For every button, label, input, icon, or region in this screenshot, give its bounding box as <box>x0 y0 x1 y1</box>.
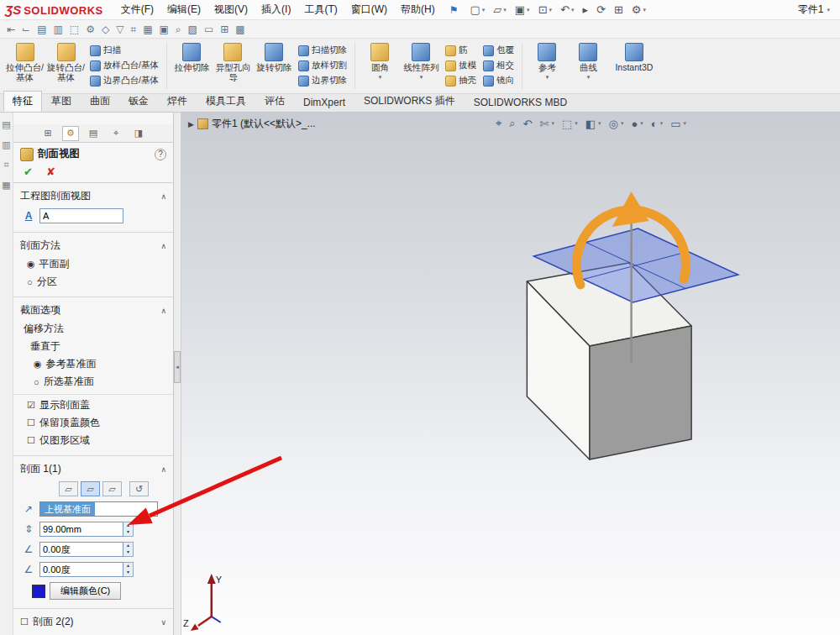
propertymanager-tab-icon[interactable]: ⚙ <box>62 126 79 141</box>
selection-arrow-icon[interactable]: ▸ <box>579 3 591 17</box>
spin-down-icon[interactable]: ▾ <box>123 529 133 536</box>
panel-splitter[interactable]: ◂ <box>174 113 181 635</box>
group-header-section-2[interactable]: ☐ 剖面 2(2) ∨ <box>13 612 173 632</box>
graphics-viewport[interactable]: ▶ 零件1 (默认<<默认>_... ⌖ ⌕ ↶ ✄▾ ⬚▾ ◧▾ ◎▾ ●▾ … <box>181 113 840 635</box>
part-tree-item[interactable]: 零件1 (默认<<默认>_... <box>212 117 316 131</box>
grid-hash-icon[interactable]: ⌗ <box>130 24 136 35</box>
menu-tools[interactable]: 工具(T) <box>298 1 343 18</box>
section-label-input[interactable] <box>39 208 123 223</box>
flyout-features-icon[interactable]: ▤ <box>2 119 10 130</box>
plane-top-button[interactable]: ▱ <box>81 481 100 496</box>
hole-wizard-button[interactable]: 异型孔向导 <box>213 40 253 92</box>
zoom-area-icon[interactable]: ⌕ <box>509 117 515 130</box>
revolved-cut-button[interactable]: 旋转切除 <box>255 40 294 92</box>
hatch-panel-icon[interactable]: ▧ <box>188 24 197 35</box>
zoom-fit-icon[interactable]: ⌖ <box>496 117 501 130</box>
shell-button[interactable]: 抽壳 <box>445 75 476 87</box>
new-document-icon[interactable]: ▢▾ <box>466 3 488 17</box>
display-style-icon[interactable]: ◧▾ <box>585 118 601 130</box>
ok-button[interactable]: ✔ <box>24 165 33 178</box>
menu-window[interactable]: 窗口(W) <box>345 1 393 18</box>
keep-cap-color-checkbox[interactable]: ☐ 保留顶盖颜色 <box>13 414 173 432</box>
spin-up-icon[interactable]: ▴ <box>123 563 133 569</box>
flyout-tools-icon[interactable]: ▦ <box>2 180 10 191</box>
window-pane-icon[interactable]: ▤ <box>37 24 46 35</box>
boundary-boss-button[interactable]: 边界凸台/基体 <box>90 75 159 87</box>
graphics-only-checkbox[interactable]: ☐ 仅图形区域 <box>13 432 173 449</box>
instant3d-button[interactable]: Instant3D <box>610 40 659 92</box>
group-header-drawing-section-view[interactable]: 工程图剖面视图 ∧ <box>13 186 173 206</box>
group-header-section-options[interactable]: 截面选项 ∧ <box>13 301 173 320</box>
spin-up-icon[interactable]: ▴ <box>123 543 133 549</box>
save-icon[interactable]: ▣▾ <box>512 3 533 17</box>
plane-front-button[interactable]: ▱ <box>59 481 78 496</box>
swept-boss-button[interactable]: 扫描 <box>90 45 159 56</box>
menu-insert[interactable]: 插入(I) <box>255 1 297 18</box>
plane-right-button[interactable]: ▱ <box>102 481 122 496</box>
tree-expand-icon[interactable]: ▶ <box>188 120 194 129</box>
cube-right-face[interactable] <box>590 326 691 459</box>
group-header-section-method[interactable]: 剖面方法 ∧ <box>13 236 173 255</box>
featuremanager-tab-icon[interactable]: ⊞ <box>39 126 56 141</box>
menu-help[interactable]: 帮助(H) <box>395 1 441 18</box>
reference-plane-field[interactable]: 上视基准面 <box>39 501 158 517</box>
show-section-cap-checkbox[interactable]: ☑ 显示剖面盖 <box>13 396 173 414</box>
plus-grid-icon[interactable]: ⊞ <box>220 24 228 35</box>
extruded-boss-base-button[interactable]: 拉伸凸台/基体 <box>5 40 45 92</box>
revolved-boss-base-button[interactable]: 旋转凸台/基体 <box>46 40 86 92</box>
solid-block-icon[interactable]: ▣ <box>160 24 169 35</box>
menu-file[interactable]: 文件(F) <box>115 1 160 18</box>
hide-show-items-icon[interactable]: ◎▾ <box>609 118 624 130</box>
reference-geometry-button[interactable]: 参考 ▾ <box>528 40 567 92</box>
offset-distance-input[interactable] <box>39 522 123 537</box>
pin-menu-icon[interactable]: ⚑ <box>449 4 459 16</box>
selected-plane-radio[interactable]: ○ 所选基准面 <box>13 373 173 391</box>
reference-plane-radio[interactable]: ◉ 参考基准面 <box>13 355 173 373</box>
dimxpertmanager-tab-icon[interactable]: ⌖ <box>108 126 124 141</box>
intersect-button[interactable]: 相交 <box>483 60 514 71</box>
wrap-button[interactable]: 包覆 <box>483 45 514 56</box>
filter-caret-icon[interactable]: ▽ <box>116 24 123 35</box>
tab-weldments[interactable]: 焊件 <box>158 91 197 112</box>
apply-scene-icon[interactable]: ◐▾ <box>651 118 663 130</box>
magnifier-icon[interactable]: ⌕ <box>176 24 181 35</box>
rib-button[interactable]: 筋 <box>445 45 476 56</box>
fillet-button[interactable]: 圆角 ▾ <box>360 40 400 92</box>
flyout-filter-icon[interactable]: ⌗ <box>3 160 8 171</box>
tab-features[interactable]: 特征 <box>3 91 42 112</box>
tab-surfaces[interactable]: 曲面 <box>81 91 119 112</box>
group-header-section-1[interactable]: 剖面 1(1) ∧ <box>13 459 173 479</box>
monitor-icon[interactable]: ▭ <box>204 24 213 35</box>
radio-planar-option[interactable]: ◉ 平面副 <box>13 255 173 273</box>
spin-down-icon[interactable]: ▾ <box>123 549 133 556</box>
configurationmanager-tab-icon[interactable]: ▤ <box>85 126 102 141</box>
swept-cut-button[interactable]: 扫描切除 <box>298 45 347 56</box>
tab-sheet-metal[interactable]: 钣金 <box>119 91 158 112</box>
view-settings-icon[interactable]: ▭▾ <box>670 118 686 130</box>
mirror-button[interactable]: 镜向 <box>483 75 514 87</box>
spin-down-icon[interactable]: ▾ <box>123 569 133 576</box>
help-icon[interactable]: ? <box>155 149 166 160</box>
pattern-grid-icon[interactable]: ▦ <box>143 24 152 35</box>
flyout-appearance-icon[interactable]: ▥ <box>2 139 10 150</box>
section-color-swatch[interactable] <box>32 585 45 598</box>
cancel-button[interactable]: ✘ <box>46 165 55 178</box>
radio-zonal-option[interactable]: ○ 分区 <box>13 273 173 291</box>
tab-sketch[interactable]: 草图 <box>42 91 81 112</box>
gear-icon[interactable]: ⚙ <box>86 24 95 35</box>
tab-mold-tools[interactable]: 模具工具 <box>197 91 255 112</box>
rebuild-icon[interactable]: ⟳ <box>593 3 609 17</box>
open-document-icon[interactable]: ▱▾ <box>490 3 510 17</box>
checkbox-off-icon[interactable]: ☐ <box>20 617 29 627</box>
y-rotation-input[interactable] <box>39 562 123 577</box>
menu-view[interactable]: 视图(V) <box>208 1 254 18</box>
filter-diamond-icon[interactable]: ◇ <box>102 24 109 35</box>
dense-grid-icon[interactable]: ▩ <box>235 24 244 35</box>
window-pane-2-icon[interactable]: ▥ <box>53 24 62 35</box>
menu-edit[interactable]: 编辑(E) <box>161 1 207 18</box>
reorient-arrow-icon[interactable]: ⇤ <box>7 24 15 35</box>
file-properties-icon[interactable]: ⊞ <box>611 3 627 17</box>
print-icon[interactable]: ⊡▾ <box>535 3 555 17</box>
frame-icon[interactable]: ⬚ <box>70 24 79 35</box>
draft-button[interactable]: 拔模 <box>445 60 476 71</box>
